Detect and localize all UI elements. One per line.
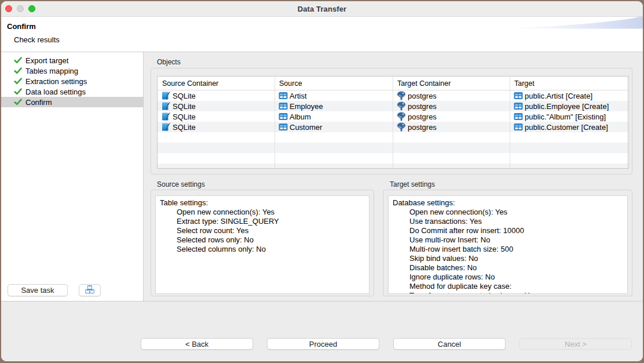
cell-target-container: postgres: [393, 122, 510, 132]
column-separator[interactable]: [275, 77, 275, 168]
check-icon: [14, 67, 23, 75]
sidebar-step-export-target[interactable]: Export target: [1, 55, 143, 66]
cell-target: public.Customer [Create]: [510, 122, 627, 132]
cell-source-container: SQLite: [158, 111, 275, 122]
sidebar-step-label: Extraction settings: [25, 77, 87, 86]
cell-source: Album: [275, 111, 393, 122]
proceed-button-label: Proceed: [309, 340, 337, 349]
cell-text: SQLite: [173, 123, 196, 132]
sidebar-step-label: Confirm: [25, 98, 52, 107]
cell-source-container: SQLite: [158, 90, 275, 101]
confirm-page-content: Objects Source ContainerSourceTarget Con…: [144, 52, 643, 301]
cell-source: Employee: [275, 101, 393, 111]
cell-text: postgres: [408, 123, 437, 132]
cell-text: SQLite: [173, 112, 196, 121]
stacked-boxes-icon: [85, 285, 94, 296]
settings-line: Method for duplicate key case:: [393, 282, 625, 291]
settings-heading: Database settings:: [393, 198, 625, 208]
column-separator[interactable]: [627, 77, 628, 168]
source-settings-panel: Table settings:Open new connection(s): Y…: [155, 195, 369, 294]
wizard-step-subtitle: Check results: [14, 35, 60, 44]
cell-text: postgres: [408, 92, 437, 100]
objects-group-label: Objects: [157, 58, 181, 66]
wizard-step-list: Export targetTables mappingExtraction se…: [1, 55, 143, 107]
settings-line: Selected rows only: No: [160, 235, 367, 245]
column-header-target[interactable]: Target: [510, 77, 627, 90]
sidebar-step-data-load-settings[interactable]: Data load settings: [1, 86, 143, 97]
table-icon: [279, 101, 288, 111]
sqlite-database-icon: [162, 101, 171, 111]
cell-text: public.Customer [Create]: [525, 123, 608, 132]
data-transfer-dialog: Data Transfer Confirm Check results Expo…: [1, 1, 643, 361]
settings-line: Selected columns only: No: [160, 245, 367, 254]
cell-text: public."Album" [Existing]: [525, 112, 606, 121]
column-header-source[interactable]: Source: [275, 77, 393, 90]
sidebar-step-tables-mapping[interactable]: Tables mapping: [1, 66, 143, 76]
column-header-source-container[interactable]: Source Container: [158, 77, 275, 90]
settings-line: Use transactions: Yes: [393, 217, 625, 226]
wizard-step-title: Confirm: [7, 22, 36, 31]
sqlite-database-icon: [162, 122, 171, 132]
cell-text: postgres: [408, 102, 437, 111]
table-icon: [279, 91, 288, 100]
settings-line: Select row count: Yes: [160, 226, 367, 235]
postgres-database-icon: [397, 122, 406, 132]
settings-line: Extract type: SINGLE_QUERY: [160, 217, 367, 226]
cell-text: SQLite: [173, 92, 196, 100]
back-button[interactable]: < Back: [141, 338, 253, 350]
next-button: Next >: [519, 338, 632, 350]
cell-target: public."Album" [Existing]: [510, 111, 627, 122]
next-button-label: Next >: [565, 340, 587, 349]
source-settings-label: Source settings: [157, 180, 205, 188]
cell-text: Customer: [290, 123, 322, 132]
column-separator[interactable]: [510, 77, 510, 168]
settings-heading: Table settings:: [160, 198, 367, 208]
settings-line: Transfer auto-generated columns: Yes: [393, 291, 625, 294]
check-icon: [14, 78, 23, 85]
cell-source-container: SQLite: [158, 122, 275, 132]
sidebar-step-label: Data load settings: [25, 88, 86, 96]
wizard-header: Confirm Check results: [1, 17, 643, 52]
settings-line: Use multi-row Insert: No: [393, 235, 625, 245]
check-icon: [14, 99, 23, 106]
save-task-button[interactable]: Save task: [8, 284, 68, 296]
table-icon: [514, 91, 523, 100]
column-header-target-container[interactable]: Target Container: [393, 77, 510, 90]
task-tool-button[interactable]: [79, 284, 101, 296]
target-settings-panel: Database settings:Open new connection(s)…: [388, 195, 628, 294]
table-icon: [514, 112, 523, 121]
save-task-label: Save task: [21, 286, 54, 295]
sidebar-step-confirm[interactable]: Confirm: [1, 97, 143, 107]
cell-target-container: postgres: [393, 111, 510, 122]
cell-target-container: postgres: [393, 90, 510, 101]
cell-source: Customer: [275, 122, 393, 132]
wizard-steps-sidebar: Export targetTables mappingExtraction se…: [1, 52, 144, 301]
settings-line: Ignore duplicate rows: No: [393, 273, 625, 282]
sqlite-database-icon: [162, 91, 171, 100]
cell-source-container: SQLite: [158, 101, 275, 111]
check-icon: [14, 88, 23, 96]
objects-table[interactable]: Source ContainerSourceTarget ContainerTa…: [157, 76, 629, 169]
cell-text: public.Employee [Create]: [525, 102, 609, 111]
cancel-button[interactable]: Cancel: [393, 338, 506, 350]
settings-line: Skip bind values: No: [393, 254, 625, 263]
cell-source: Artist: [275, 90, 393, 101]
dialog-footer: < Back Proceed Cancel Next >: [1, 301, 643, 361]
sqlite-database-icon: [162, 112, 171, 121]
cancel-button-label: Cancel: [438, 340, 461, 349]
save-task-row: Save task: [8, 284, 101, 296]
column-separator[interactable]: [393, 77, 393, 168]
cell-text: Artist: [290, 92, 307, 100]
sidebar-step-extraction-settings[interactable]: Extraction settings: [1, 76, 143, 86]
proceed-button[interactable]: Proceed: [267, 338, 379, 350]
settings-line: Multi-row insert batch size: 500: [393, 245, 625, 254]
cell-target: public.Employee [Create]: [510, 101, 627, 111]
settings-line: Do Commit after row insert: 10000: [393, 226, 625, 235]
table-icon: [279, 122, 288, 132]
sidebar-step-label: Export target: [25, 56, 68, 65]
postgres-database-icon: [397, 112, 406, 121]
table-icon: [514, 101, 523, 111]
cell-target: public.Artist [Create]: [510, 90, 627, 101]
table-icon: [514, 122, 523, 132]
sidebar-step-label: Tables mapping: [25, 67, 78, 75]
